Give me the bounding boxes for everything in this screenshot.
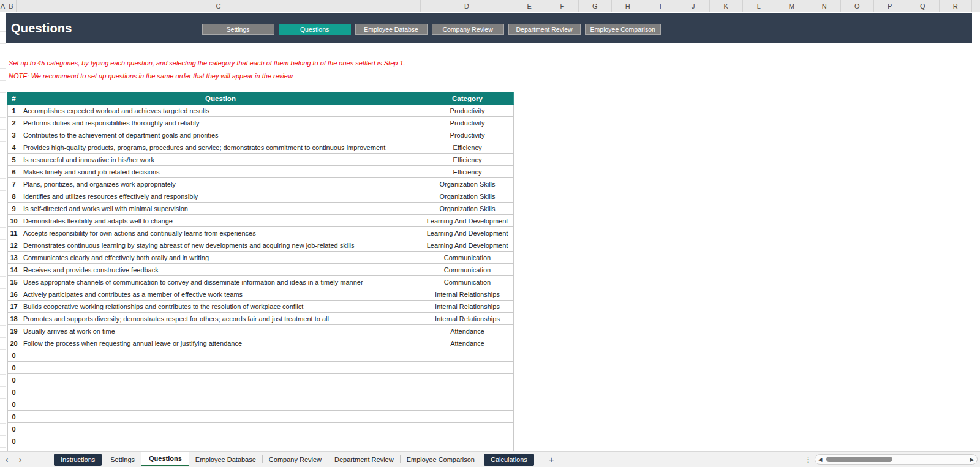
table-empty-row: 0 [7,349,514,362]
column-header-O[interactable]: O [841,0,874,12]
category-cell[interactable]: Internal Relationships [421,288,514,301]
sheet-tab-settings[interactable]: Settings [104,452,141,467]
nav-button-settings[interactable]: Settings [202,24,274,35]
category-cell[interactable]: Efficiency [421,154,514,166]
question-cell[interactable] [20,362,421,374]
category-cell[interactable]: Organization Skills [421,178,514,190]
category-cell[interactable]: Organization Skills [421,190,514,203]
question-cell[interactable]: Receives and provides constructive feedb… [20,264,421,276]
category-cell[interactable]: Efficiency [421,166,514,178]
nav-button-employee-comparison[interactable]: Employee Comparison [585,24,661,35]
question-cell[interactable] [20,349,421,362]
question-cell[interactable]: Demonstrates continuous learning by stay… [20,239,421,252]
scroll-left-icon[interactable]: ◀ [815,457,825,463]
column-header-F[interactable]: F [546,0,579,12]
question-cell[interactable]: Contributes to the achievement of depart… [20,129,421,141]
question-cell[interactable]: Provides high-quality products, programs… [20,141,421,154]
category-cell[interactable]: Learning And Development [421,215,514,227]
question-cell[interactable]: Makes timely and sound job-related decis… [20,166,421,178]
row-number-cell: 9 [7,203,20,215]
table-row: 12Demonstrates continuous learning by st… [7,239,514,252]
question-cell[interactable] [20,386,421,398]
column-header-G[interactable]: G [579,0,612,12]
column-header-J[interactable]: J [677,0,710,12]
category-cell[interactable]: Efficiency [421,141,514,154]
category-cell[interactable] [421,362,514,374]
nav-button-questions[interactable]: Questions [279,24,351,35]
sheet-tab-calculations[interactable]: Calculations [484,454,534,466]
column-header-K[interactable]: K [710,0,743,12]
question-cell[interactable] [20,398,421,411]
question-cell[interactable]: Demonstrates flexibility and adapts well… [20,215,421,227]
question-cell[interactable]: Is self-directed and works well with min… [20,203,421,215]
question-cell[interactable] [20,374,421,386]
category-cell[interactable]: Attendance [421,325,514,337]
column-header-Q[interactable]: Q [907,0,940,12]
sheet-tabs: InstructionsSettingsQuestionsEmployee Da… [51,452,537,467]
category-cell[interactable]: Productivity [421,129,514,141]
nav-button-company-review[interactable]: Company Review [432,24,504,35]
category-cell[interactable]: Organization Skills [421,203,514,215]
category-cell[interactable]: Communication [421,276,514,288]
question-cell[interactable]: Performs duties and responsibilities tho… [20,117,421,129]
sheet-tab-company-review[interactable]: Company Review [263,452,328,467]
question-cell[interactable] [20,423,421,435]
question-cell[interactable]: Uses appropriate channels of communicati… [20,276,421,288]
category-cell[interactable]: Productivity [421,105,514,117]
category-cell[interactable] [421,386,514,398]
category-cell[interactable]: Attendance [421,337,514,349]
add-sheet-button[interactable]: + [549,454,554,465]
category-cell[interactable]: Internal Relationships [421,301,514,313]
horizontal-scrollbar[interactable]: ◀ ▶ [815,454,978,465]
question-cell[interactable]: Plans, prioritizes, and organizes work a… [20,178,421,190]
column-header-E[interactable]: E [513,0,546,12]
question-cell[interactable]: Is resourceful and innovative in his/her… [20,154,421,166]
sheet-tab-questions[interactable]: Questions [141,452,189,466]
question-cell[interactable]: Promotes and supports diversity; demonst… [20,313,421,325]
category-cell[interactable] [421,411,514,423]
column-header-H[interactable]: H [612,0,645,12]
category-cell[interactable]: Productivity [421,117,514,129]
category-cell[interactable] [421,435,514,447]
sheet-tab-department-review[interactable]: Department Review [328,452,400,467]
category-cell[interactable]: Internal Relationships [421,313,514,325]
nav-button-employee-databse[interactable]: Employee Databse [355,24,428,35]
column-header-D[interactable]: D [421,0,513,12]
question-cell[interactable] [20,411,421,423]
category-cell[interactable]: Learning And Development [421,239,514,252]
category-cell[interactable] [421,423,514,435]
column-header-R[interactable]: R [940,0,973,12]
question-cell[interactable]: Accepts responsibility for own actions a… [20,227,421,239]
question-cell[interactable] [20,435,421,447]
question-cell[interactable]: Identifies and utilizes resources effect… [20,190,421,203]
question-cell[interactable]: Communicates clearly and effectively bot… [20,252,421,264]
scroll-right-icon[interactable]: ▶ [967,457,977,463]
sheet-tab-employee-database[interactable]: Employee Database [189,452,262,467]
column-header-M[interactable]: M [775,0,809,12]
category-cell[interactable] [421,374,514,386]
column-header-A[interactable]: A [0,0,6,12]
category-cell[interactable] [421,349,514,362]
question-cell[interactable]: Follow the process when requesting annua… [20,337,421,349]
question-cell[interactable]: Usually arrives at work on time [20,325,421,337]
scrollbar-thumb[interactable] [826,457,892,462]
column-header-L[interactable]: L [743,0,776,12]
category-cell[interactable]: Communication [421,264,514,276]
column-header-P[interactable]: P [874,0,907,12]
question-cell[interactable]: Accomplishes expected worload and achiev… [20,105,421,117]
category-cell[interactable]: Learning And Development [421,227,514,239]
sheet-next-arrow-icon[interactable]: › [13,452,27,467]
sheet-tab-instructions[interactable]: Instructions [54,454,102,466]
tab-bar-more-handle-icon[interactable]: ⋮ [804,455,812,464]
column-header-C[interactable]: C [17,0,421,12]
question-cell[interactable]: Builds cooperative working relationships… [20,301,421,313]
column-header-B[interactable]: B [6,0,17,12]
column-header-I[interactable]: I [644,0,677,12]
question-cell[interactable]: Actively participates and contributes as… [20,288,421,301]
sheet-prev-arrow-icon[interactable]: ‹ [0,452,13,467]
category-cell[interactable] [421,398,514,411]
category-cell[interactable]: Communication [421,252,514,264]
nav-button-department-review[interactable]: Department Review [508,24,581,35]
sheet-tab-employee-comparison[interactable]: Employee Comparison [401,452,481,467]
column-header-N[interactable]: N [809,0,842,12]
